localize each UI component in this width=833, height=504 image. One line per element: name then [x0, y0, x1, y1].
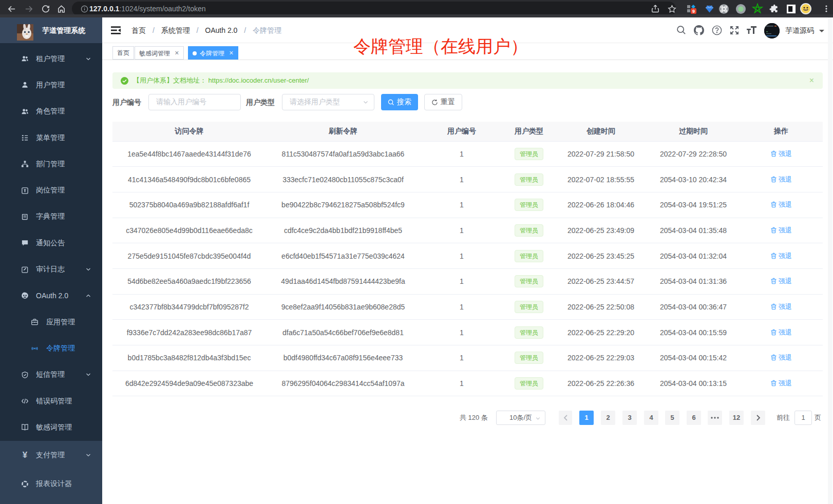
svg-text:9: 9 — [692, 9, 695, 14]
